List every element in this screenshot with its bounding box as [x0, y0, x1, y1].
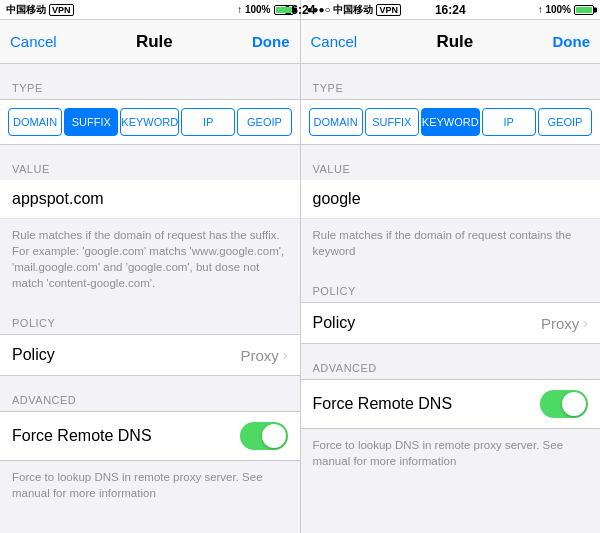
desc-text-left: Rule matches if the domain of request ha…: [0, 219, 300, 299]
desc-text-right: Rule matches if the domain of request co…: [301, 219, 601, 267]
carrier-left: 中国移动: [6, 3, 46, 17]
type-suffix-left[interactable]: SUFFIX: [64, 108, 118, 136]
policy-text-left: Policy: [12, 346, 55, 364]
content-left: TYPE DOMAIN SUFFIX KEYWORD IP GEOIP VALU…: [0, 64, 300, 533]
policy-right-right: Proxy ›: [541, 315, 588, 332]
title-right: Rule: [436, 32, 473, 52]
cancel-button-left[interactable]: Cancel: [10, 33, 57, 50]
value-text-left: appspot.com: [12, 190, 104, 207]
chevron-icon-right: ›: [583, 315, 588, 331]
toggle-knob-right: [562, 392, 586, 416]
battery-left: [274, 5, 294, 15]
type-section-left: TYPE DOMAIN SUFFIX KEYWORD IP GEOIP: [0, 82, 300, 145]
cancel-button-right[interactable]: Cancel: [311, 33, 358, 50]
policy-text-right: Policy: [313, 314, 356, 332]
toggle-row-left: Force Remote DNS I: [0, 411, 300, 461]
vpn-right: VPN: [376, 4, 401, 16]
value-section-right: VALUE google Rule matches if the domain …: [301, 163, 601, 267]
type-label-left: TYPE: [0, 82, 300, 99]
type-domain-right[interactable]: DOMAIN: [309, 108, 363, 136]
type-buttons-left: DOMAIN SUFFIX KEYWORD IP GEOIP: [0, 99, 300, 145]
type-suffix-right[interactable]: SUFFIX: [365, 108, 419, 136]
toggle-footer-left: Force to lookup DNS in remote proxy serv…: [0, 461, 300, 509]
done-button-left[interactable]: Done: [252, 33, 290, 50]
content-right: TYPE DOMAIN SUFFIX KEYWORD IP GEOIP VALU…: [301, 64, 601, 533]
policy-value-left: Proxy: [240, 347, 278, 364]
type-label-right: TYPE: [301, 82, 601, 99]
type-geoip-left[interactable]: GEOIP: [237, 108, 291, 136]
time-right: 16:24: [435, 3, 466, 17]
panel-right: Cancel Rule Done TYPE DOMAIN SUFFIX KEYW…: [301, 20, 601, 533]
value-row-left: appspot.com: [0, 180, 300, 219]
value-section-left: VALUE appspot.com Rule matches if the do…: [0, 163, 300, 299]
status-bar-right: ●●●○ 中国移动 VPN 16:24 ↑ 100%: [301, 0, 601, 20]
vpn-left: VPN: [49, 4, 74, 16]
policy-label-section-right: POLICY: [301, 285, 601, 302]
carrier-right: ●●●○ 中国移动: [307, 3, 374, 17]
toggle-knob-left: [262, 424, 286, 448]
toggle-row-right: Force Remote DNS I: [301, 379, 601, 429]
title-left: Rule: [136, 32, 173, 52]
type-buttons-right: DOMAIN SUFFIX KEYWORD IP GEOIP: [301, 99, 601, 145]
done-button-right[interactable]: Done: [552, 33, 590, 50]
panel-left: Cancel Rule Done TYPE DOMAIN SUFFIX KEYW…: [0, 20, 301, 533]
type-section-right: TYPE DOMAIN SUFFIX KEYWORD IP GEOIP: [301, 82, 601, 145]
advanced-section-right: ADVANCED Force Remote DNS I Force to loo…: [301, 362, 601, 477]
type-keyword-right[interactable]: KEYWORD: [421, 108, 480, 136]
status-bar-left: 中国移动 VPN 16:24 ↑ 100%: [0, 0, 301, 20]
advanced-section-left: ADVANCED Force Remote DNS I Force to loo…: [0, 394, 300, 509]
advanced-label-right: ADVANCED: [301, 362, 601, 379]
policy-right-left: Proxy ›: [240, 347, 287, 364]
battery-right: [574, 5, 594, 15]
advanced-label-left: ADVANCED: [0, 394, 300, 411]
value-label-right: VALUE: [301, 163, 601, 180]
type-ip-right[interactable]: IP: [482, 108, 536, 136]
policy-label-section-left: POLICY: [0, 317, 300, 334]
type-ip-left[interactable]: IP: [181, 108, 235, 136]
status-bar: 中国移动 VPN 16:24 ↑ 100% ●●●○ 中国移动 VPN 16:2…: [0, 0, 600, 20]
type-geoip-right[interactable]: GEOIP: [538, 108, 592, 136]
wifi-right: ↑ 100%: [538, 4, 571, 15]
toggle-left[interactable]: I: [240, 422, 288, 450]
wifi-left: ↑ 100%: [237, 4, 270, 15]
type-keyword-left[interactable]: KEYWORD: [120, 108, 179, 136]
value-text-right: google: [313, 190, 361, 207]
toggle-label-left: Force Remote DNS: [12, 427, 152, 445]
toggle-footer-right: Force to lookup DNS in remote proxy serv…: [301, 429, 601, 477]
policy-section-right: POLICY Policy Proxy ›: [301, 285, 601, 344]
toggle-right[interactable]: I: [540, 390, 588, 418]
nav-bar-left: Cancel Rule Done: [0, 20, 300, 64]
policy-row-right[interactable]: Policy Proxy ›: [301, 302, 601, 344]
policy-value-right: Proxy: [541, 315, 579, 332]
value-row-right: google: [301, 180, 601, 219]
type-domain-left[interactable]: DOMAIN: [8, 108, 62, 136]
toggle-label-right: Force Remote DNS: [313, 395, 453, 413]
chevron-icon-left: ›: [283, 347, 288, 363]
nav-bar-right: Cancel Rule Done: [301, 20, 601, 64]
value-label-left: VALUE: [0, 163, 300, 180]
policy-row-left[interactable]: Policy Proxy ›: [0, 334, 300, 376]
policy-section-left: POLICY Policy Proxy ›: [0, 317, 300, 376]
